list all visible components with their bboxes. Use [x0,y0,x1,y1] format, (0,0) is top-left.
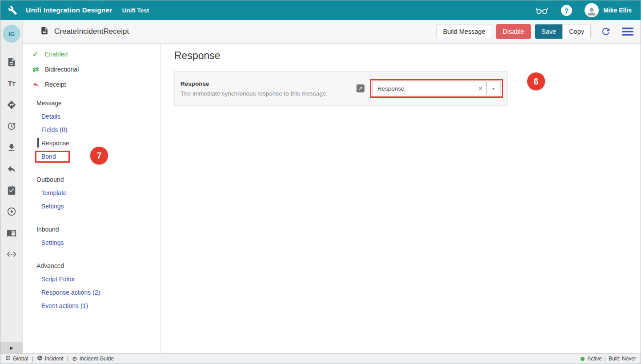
response-field-row: Response The immediate synchronous respo… [174,71,508,106]
help-icon[interactable]: ? [561,5,572,16]
save-button[interactable]: Save [535,24,562,39]
status-receipt: Receipt [23,77,160,92]
reply-icon[interactable] [7,164,16,174]
context-item[interactable]: ⚙ Incident Guide [72,356,114,362]
refresh-icon[interactable] [601,26,611,37]
field-description: The immediate synchronous response to th… [180,90,328,97]
status-enabled: ✓ Enabled [23,47,160,62]
play-circle-icon[interactable] [7,207,16,216]
directions-icon[interactable] [7,100,16,110]
field-label: Response [180,80,328,87]
nav-link-inbound-settings[interactable]: Settings [23,236,160,249]
nav-link-template[interactable]: Template [23,186,160,200]
download-icon[interactable] [7,143,16,152]
copy-button[interactable]: Copy [562,24,590,39]
open-record-icon[interactable] [357,84,365,92]
page-title: CreateIncidentReceipt [54,27,129,36]
nav-link-fields[interactable]: Fields (0) [23,123,160,136]
annotation-box-response-select: Response × ▾ [370,79,503,98]
book-icon[interactable] [7,228,16,238]
apps-grid-icon [5,355,11,362]
nav-link-script-editor[interactable]: Script Editor [23,272,160,286]
nav-link-response[interactable]: Response [23,136,160,150]
side-navigation: ✓ Enabled ⇄ Bidirectional Receipt Messag… [23,43,161,353]
user-name[interactable]: Mike Ellis [603,7,632,14]
nav-link-event-actions[interactable]: Event actions (1) [23,299,160,312]
chevron-down-icon[interactable]: ▾ [487,86,500,91]
top-bar: Unifi Integration Designer Unifi Test ? … [0,0,641,20]
save-copy-group: Save Copy [535,24,591,39]
annotation-step-7: 7 [90,147,108,164]
tasks-icon[interactable] [7,185,16,195]
code-icon[interactable] [7,249,16,259]
application-item[interactable]: Incident [37,355,64,362]
document-header: CreateIncidentReceipt Build Message Disa… [0,20,641,43]
nav-section-message: Message [23,96,160,110]
hamburger-menu-icon[interactable] [622,27,633,36]
glasses-icon[interactable] [535,5,549,15]
annotation-step-6: 6 [527,72,545,90]
status-bar: Global | Incident | ⚙ Incident Guide Act… [0,353,641,364]
built-status-label: Built: Never [609,356,636,362]
update-icon[interactable] [7,121,16,131]
text-icon[interactable]: TT [7,79,16,88]
swap-arrows-icon: ⇄ [32,65,42,74]
nav-section-advanced: Advanced [23,259,160,272]
expand-rail-button[interactable]: ▶ [0,342,23,353]
active-status-label: Active [587,356,602,362]
build-message-button[interactable]: Build Message [437,24,492,39]
wrench-icon[interactable] [8,6,17,15]
disable-button[interactable]: Disable [496,24,531,39]
document-icon[interactable] [7,57,16,67]
response-select[interactable]: Response × ▾ [373,82,501,95]
clear-icon[interactable]: × [475,85,486,92]
integration-avatar[interactable]: IG [3,25,20,43]
incident-app-icon [37,355,43,362]
user-avatar[interactable] [585,3,599,17]
nav-link-details[interactable]: Details [23,110,160,123]
main-content: Response Response The immediate synchron… [161,43,641,353]
nav-section-inbound: Inbound [23,223,160,236]
select-value: Response [373,85,405,92]
document-icon [40,26,49,37]
nav-link-response-actions[interactable]: Response actions (2) [23,286,160,299]
receipt-reply-icon [32,81,42,88]
scope-item[interactable]: Global [5,355,28,362]
workspace-name[interactable]: Unifi Test [122,7,149,14]
check-icon: ✓ [32,50,42,58]
annotation-box-bond: Bond [35,151,70,163]
app-window: Unifi Integration Designer Unifi Test ? … [0,0,641,364]
nav-section-outbound: Outbound [23,173,160,186]
active-status-icon [581,357,585,361]
nav-link-outbound-settings[interactable]: Settings [23,200,160,213]
gear-icon: ⚙ [72,356,77,362]
status-bidirectional: ⇄ Bidirectional [23,62,160,77]
section-heading: Response [174,50,641,62]
icon-rail: IG TT [0,20,23,353]
app-title: Unifi Integration Designer [26,6,112,14]
